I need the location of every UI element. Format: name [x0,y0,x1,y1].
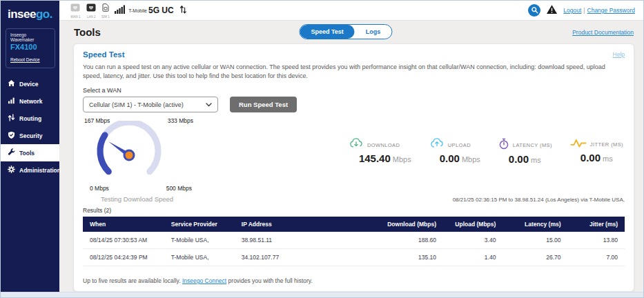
gear-icon [8,166,15,175]
run-speed-test-button[interactable]: Run Speed Test [230,97,297,112]
gauge-dial [84,121,189,190]
sidebar-item-label: Device [19,81,38,88]
sidebar-item-tools[interactable]: Tools [1,144,59,161]
speed-test-card: Speed Test Help You can run a speed test… [73,43,634,292]
device-name: Inseego Wavemaker [10,32,50,42]
change-password-link[interactable]: Change Password [587,7,635,14]
speed-test-controls: Cellular (SIM 1) - T-Mobile (active) Run… [83,97,625,112]
metric-latency: LATENCY (MS) 0.00ms [498,138,552,166]
metric-download: DOWNLOAD 145.40Mbps [349,138,411,165]
home-icon [8,79,15,88]
cell-signal [115,4,126,17]
tab-speed-test[interactable]: Speed Test [300,25,354,39]
signal-bars-icon [8,97,15,106]
traffic-arrows-icon [179,4,187,17]
cell-jitter: 7.00 [568,249,625,266]
lan-status: LAN 2 [86,2,97,19]
connection-status-group: WAN 1 LAN 2 SIM 1 [69,2,126,19]
cell-service-provider: T-Mobile USA, [164,249,235,266]
results-footer: Up to five results are available locally… [83,277,625,286]
cell-ip-address: 38.98.51.11 [235,232,375,249]
lan-port-icon [86,2,96,14]
search-icon [531,6,538,16]
inseego-connect-link[interactable]: Inseego Connect [182,277,226,284]
session-info: 08/21/25 02:36:15 PM to 38.98.51.24 (Los… [453,197,625,203]
wan-select-value: Cellular (SIM 1) - T-Mobile (active) [89,101,184,108]
alert-triangle-icon[interactable] [546,4,558,17]
search-button[interactable] [528,4,540,17]
wan-port-icon [70,2,80,14]
card-title: Speed Test [83,50,125,59]
card-header: Speed Test Help [83,50,625,59]
sidebar-item-label: Network [19,98,43,105]
logout-link[interactable]: Logout [563,7,581,14]
col-when: When [83,217,164,232]
page-title: Tools [74,26,101,38]
gauge-label-167: 167 Mbps [84,117,110,124]
metric-label: UPLOAD [448,142,471,148]
wan-select-label: Select a WAN [83,87,625,94]
bottom-scroll-strip[interactable] [1,292,643,297]
reboot-device-link[interactable]: Reboot Device [10,57,40,62]
gauge-and-metrics: 167 Mbps 333 Mbps 0 Mbps 500 Mbps DOWNLO… [83,117,625,193]
sidebar-item-device[interactable]: Device [1,75,59,92]
cell-upload: 1.40 [443,249,502,266]
network-type: 5G UC [148,6,174,15]
metric-label: JITTER (MS) [590,141,623,148]
sidebar: inseego. Inseego Wavemaker FX4100 Reboot… [1,1,59,292]
latency-value: 0.00 [509,153,529,165]
lan-status-label: LAN 2 [87,15,96,19]
gauge-label-0: 0 Mbps [90,185,109,192]
metrics-row: DOWNLOAD 145.40Mbps UPLOAD 0.00Mbps [349,138,625,193]
sidebar-item-label: Administration [19,167,61,174]
carrier-name: T-Mobile [128,8,147,13]
wan-status: WAN 1 [69,2,82,19]
upload-unit: Mbps [462,155,480,163]
col-latency: Latency (ms) [502,217,567,232]
cell-when: 08/14/25 07:30:53 AM [83,232,164,249]
cell-latency: 15.00 [502,232,567,249]
sim-card-icon [102,2,109,14]
upload-cloud-icon [429,138,445,152]
wan-select[interactable]: Cellular (SIM 1) - T-Mobile (active) [83,97,218,112]
jitter-value: 0.00 [580,152,601,163]
upload-value: 0.00 [440,152,460,164]
cell-when: 08/12/25 04:24:39 PM [83,249,164,266]
footer-text-pre: Up to five results are available locally… [83,277,182,284]
chevron-down-icon [206,101,212,108]
device-model: FX4100 [10,43,50,51]
sidebar-item-administration[interactable]: Administration [1,161,59,179]
sidebar-item-network[interactable]: Network [1,92,59,110]
stopwatch-icon [498,138,509,152]
routing-arrows-icon [8,114,15,123]
cell-download: 188.60 [375,232,443,249]
cell-ip-address: 34.102.107.77 [235,249,375,266]
sim-status-label: SIM 1 [101,15,110,19]
metric-label: LATENCY (MS) [513,142,552,148]
speed-test-description: You can run a speed test on any active c… [83,63,625,81]
col-upload: Upload (Mbps) [443,217,502,232]
jitter-unit: ms [603,155,613,163]
product-documentation-link[interactable]: Product Documentation [572,29,634,36]
main-content: Tools Speed Test Logs Product Documentat… [59,21,643,297]
wan-status-label: WAN 1 [70,15,80,19]
sidebar-item-routing[interactable]: Routing [1,110,59,127]
sidebar-item-label: Security [19,132,43,139]
tab-logs[interactable]: Logs [355,25,392,39]
col-jitter: Jitter (ms) [568,217,625,232]
results-table-header: When Service Provider IP Address Downloa… [83,217,625,232]
gauge-label-500: 500 Mbps [166,185,192,192]
top-status-bar: WAN 1 LAN 2 SIM 1 T-Mobile 5G UC Logout [59,1,643,21]
download-cloud-icon [349,138,364,152]
col-download: Download (Mbps) [375,217,443,232]
sim-status: SIM 1 [100,2,111,19]
help-link[interactable]: Help [613,51,625,58]
sidebar-item-security[interactable]: Security [1,127,59,144]
page-header: Tools Speed Test Logs Product Documentat… [59,21,643,43]
gauge-status-row: Testing Download Speed 08/21/25 02:36:15… [83,195,625,203]
logo-text-blue: go. [36,8,52,21]
app-window: inseego. Inseego Wavemaker FX4100 Reboot… [0,0,644,298]
metric-label: DOWNLOAD [367,142,400,148]
device-info-box: Inseego Wavemaker FX4100 Reboot Device [6,28,55,68]
cell-download: 135.10 [375,249,443,266]
